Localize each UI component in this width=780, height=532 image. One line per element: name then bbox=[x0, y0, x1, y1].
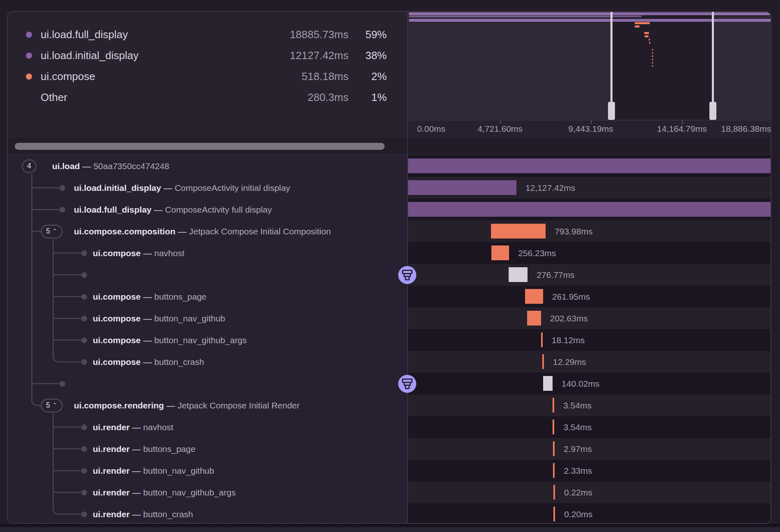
span-duration-bar[interactable] bbox=[553, 463, 555, 478]
span-row-bar-cell[interactable]: 2.33ms bbox=[408, 460, 771, 482]
span-description: navhost bbox=[154, 248, 185, 258]
span-duration-bar[interactable] bbox=[553, 507, 555, 521]
span-separator: — bbox=[130, 488, 143, 497]
tree-node-dot bbox=[81, 294, 87, 300]
span-title: ui.compose—buttons_page bbox=[93, 292, 206, 302]
span-row-bar-cell[interactable]: 2.97ms bbox=[408, 438, 771, 460]
span-row-bar-cell[interactable]: 202.63ms bbox=[408, 307, 771, 329]
profile-icon[interactable] bbox=[398, 375, 416, 393]
scroll-track[interactable] bbox=[8, 138, 407, 154]
span-op: ui.render bbox=[93, 488, 130, 497]
span-duration-bar[interactable] bbox=[408, 180, 516, 195]
span-row-bar-cell[interactable] bbox=[408, 199, 771, 220]
span-row-bar-cell[interactable]: 256.23ms bbox=[408, 242, 771, 264]
span-row[interactable]: 5⌃ui.compose.composition—Jetpack Compose… bbox=[8, 220, 771, 242]
span-row-bar-cell[interactable]: 0.20ms bbox=[408, 503, 771, 524]
legend-item[interactable]: Other280.3ms1% bbox=[26, 87, 387, 108]
span-duration-bar[interactable] bbox=[491, 245, 509, 260]
span-row-bar-cell[interactable]: 793.98ms bbox=[408, 220, 771, 242]
span-row[interactable]: ui.compose—button_nav_github_args18.12ms bbox=[8, 329, 771, 351]
span-row[interactable]: ui.render—buttons_page2.97ms bbox=[8, 438, 771, 460]
span-separator: — bbox=[130, 422, 143, 432]
span-row-bar-cell[interactable]: 276.77ms bbox=[408, 264, 771, 286]
tree-node-dot bbox=[81, 316, 87, 321]
span-row-bar-cell[interactable]: 0.22ms bbox=[408, 482, 771, 503]
span-op: ui.render bbox=[93, 444, 130, 454]
tree-node-dot bbox=[81, 337, 87, 343]
legend-percent: 38% bbox=[349, 49, 387, 62]
span-row-bar-cell[interactable]: 12,127.42ms bbox=[408, 177, 771, 199]
span-row[interactable]: 4ui.load—50aa7350cc474248 bbox=[8, 155, 771, 177]
span-row[interactable]: ui.render—button_crash0.20ms bbox=[8, 503, 771, 524]
span-title: ui.render—buttons_page bbox=[93, 444, 195, 454]
minimap-window-grip-left[interactable] bbox=[608, 102, 615, 120]
span-row-bar-cell[interactable]: 140.02ms bbox=[408, 373, 771, 394]
legend-color-dot bbox=[26, 32, 32, 38]
span-duration-bar[interactable] bbox=[527, 311, 541, 326]
axis-tick bbox=[591, 120, 592, 124]
span-row-bar-cell[interactable] bbox=[408, 155, 771, 177]
span-row[interactable]: ui.load.full_display—ComposeActivity ful… bbox=[8, 199, 771, 220]
tree-node-dot bbox=[60, 185, 65, 191]
span-duration-bar[interactable] bbox=[408, 158, 771, 173]
legend-item[interactable]: ui.compose518.18ms2% bbox=[26, 66, 387, 87]
span-duration-bar[interactable] bbox=[553, 485, 555, 500]
legend-item[interactable]: ui.load.full_display18885.73ms59% bbox=[26, 24, 387, 45]
span-separator: — bbox=[141, 314, 154, 323]
span-row-label-cell[interactable]: 4ui.load—50aa7350cc474248 bbox=[8, 155, 407, 177]
span-row[interactable]: ui.render—button_nav_github2.33ms bbox=[8, 460, 771, 482]
span-duration-bar[interactable] bbox=[408, 202, 771, 217]
span-row-bar-cell[interactable]: 3.54ms bbox=[408, 416, 771, 438]
span-row[interactable]: ui.render—navhost3.54ms bbox=[8, 416, 771, 438]
span-row-bar-cell[interactable]: 261.95ms bbox=[408, 286, 771, 307]
span-row[interactable]: ui.compose—navhost256.23ms bbox=[8, 242, 771, 264]
span-duration-bar[interactable] bbox=[541, 332, 543, 347]
legend-op-label: ui.compose bbox=[41, 70, 262, 83]
horizontal-scroll-band bbox=[8, 138, 771, 155]
span-title: ui.compose—navhost bbox=[93, 248, 184, 258]
span-duration-label: 140.02ms bbox=[562, 379, 599, 389]
span-row[interactable]: 276.77ms bbox=[8, 264, 771, 286]
span-row-bar-cell[interactable]: 12.29ms bbox=[408, 351, 771, 373]
span-separator: — bbox=[175, 227, 189, 236]
trace-minimap[interactable]: 0.00ms4,721.60ms9,443.19ms14,164.79ms18,… bbox=[408, 12, 771, 138]
span-duration-bar[interactable] bbox=[553, 398, 554, 413]
span-row-bar-cell[interactable]: 18.12ms bbox=[408, 329, 771, 351]
span-description: buttons_page bbox=[143, 444, 195, 454]
span-duration-bar[interactable] bbox=[525, 289, 543, 304]
legend-item[interactable]: ui.load.initial_display12127.42ms38% bbox=[26, 45, 387, 66]
span-row[interactable]: ui.render—button_nav_github_args0.22ms bbox=[8, 482, 771, 503]
minimap-window-grip-right[interactable] bbox=[709, 102, 716, 120]
span-op: ui.compose.rendering bbox=[74, 401, 164, 410]
span-row-bar-cell[interactable]: 3.54ms bbox=[408, 394, 771, 416]
span-title: ui.render—navhost bbox=[93, 422, 173, 432]
span-row[interactable]: ui.load.initial_display—ComposeActivity … bbox=[8, 177, 771, 199]
span-duration-bar[interactable] bbox=[553, 420, 554, 434]
tree-node-dot bbox=[81, 250, 87, 256]
span-row[interactable]: ui.compose—button_crash12.29ms bbox=[8, 351, 771, 373]
scrollbar-thumb[interactable] bbox=[15, 143, 385, 150]
span-duration-bar[interactable] bbox=[491, 224, 546, 238]
span-duration-bar[interactable] bbox=[509, 267, 528, 282]
span-separator: — bbox=[130, 444, 143, 454]
span-separator: — bbox=[130, 466, 143, 475]
child-count-badge[interactable]: 5⌃ bbox=[41, 399, 63, 413]
span-row[interactable]: ui.compose—button_nav_github202.63ms bbox=[8, 307, 771, 329]
child-count-badge[interactable]: 5⌃ bbox=[41, 225, 63, 238]
span-duration-bar[interactable] bbox=[543, 376, 553, 391]
resize-handle-bar[interactable] bbox=[0, 524, 780, 527]
span-row[interactable]: 140.02ms bbox=[8, 373, 771, 394]
span-duration-bar[interactable] bbox=[542, 354, 544, 369]
span-op: ui.render bbox=[93, 509, 130, 519]
trace-header-section: ui.load.full_display18885.73ms59%ui.load… bbox=[8, 12, 771, 138]
span-duration-label: 261.95ms bbox=[552, 292, 590, 302]
span-duration-label: 793.98ms bbox=[555, 227, 592, 236]
span-row[interactable]: ui.compose—buttons_page261.95ms bbox=[8, 286, 771, 307]
span-row-label-cell[interactable] bbox=[8, 373, 407, 394]
span-row-label-cell[interactable]: ui.load.full_display—ComposeActivity ful… bbox=[8, 199, 407, 220]
span-duration-bar[interactable] bbox=[553, 441, 555, 456]
span-row-label-cell[interactable]: ui.load.initial_display—ComposeActivity … bbox=[8, 177, 407, 199]
child-count-badge[interactable]: 4 bbox=[22, 159, 37, 173]
span-row[interactable]: 5⌃ui.compose.rendering—Jetpack Compose I… bbox=[8, 394, 771, 416]
profile-icon[interactable] bbox=[398, 266, 416, 284]
